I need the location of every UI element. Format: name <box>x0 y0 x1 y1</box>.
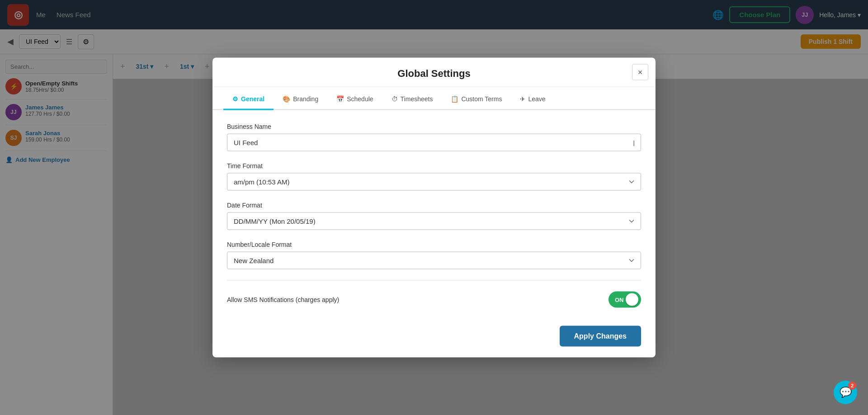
tab-timesheets-label: Timesheets <box>401 95 433 103</box>
sms-label: Allow SMS Notifications (charges apply) <box>227 296 339 303</box>
modal-footer: Apply Changes <box>212 326 656 347</box>
apply-changes-button[interactable]: Apply Changes <box>560 326 641 347</box>
chat-badge: 2 <box>848 382 856 390</box>
tab-schedule[interactable]: 📅 Schedule <box>327 89 382 110</box>
date-format-select[interactable]: DD/MM/YY (Mon 20/05/19) MM/DD/YY (Mon 05… <box>227 212 641 230</box>
tab-branding-label: Branding <box>293 95 318 103</box>
global-settings-modal: Global Settings × ⚙ General 🎨 Branding 📅… <box>212 58 656 358</box>
modal-tabs: ⚙ General 🎨 Branding 📅 Schedule ⏱ Timesh… <box>212 89 656 110</box>
toggle-knob <box>626 293 638 306</box>
leave-tab-icon: ✈ <box>520 95 525 103</box>
business-name-input[interactable] <box>227 134 641 151</box>
cursor-indicator: | <box>633 139 635 146</box>
sms-toggle-row: Allow SMS Notifications (charges apply) … <box>227 290 641 310</box>
schedule-tab-icon: 📅 <box>336 95 344 103</box>
date-format-label: Date Format <box>227 202 641 209</box>
locale-format-group: Number/Locale Format New Zealand United … <box>227 241 641 269</box>
tab-leave[interactable]: ✈ Leave <box>511 89 554 110</box>
business-name-group: Business Name | <box>227 123 641 151</box>
tab-leave-label: Leave <box>528 95 545 103</box>
tab-custom-terms-label: Custom Terms <box>461 95 502 103</box>
locale-label: Number/Locale Format <box>227 241 641 248</box>
tab-general[interactable]: ⚙ General <box>223 89 274 110</box>
tab-schedule-label: Schedule <box>347 95 373 103</box>
form-divider <box>227 280 641 281</box>
time-format-label: Time Format <box>227 162 641 170</box>
general-tab-icon: ⚙ <box>232 95 238 103</box>
tab-branding[interactable]: 🎨 Branding <box>274 89 327 110</box>
custom-terms-tab-icon: 📋 <box>451 95 458 103</box>
modal-body: Business Name | Time Format am/pm (10:53… <box>212 110 656 322</box>
tab-general-label: General <box>241 95 264 103</box>
locale-select[interactable]: New Zealand United States United Kingdom <box>227 252 641 269</box>
tab-timesheets[interactable]: ⏱ Timesheets <box>382 89 442 110</box>
date-format-group: Date Format DD/MM/YY (Mon 20/05/19) MM/D… <box>227 202 641 230</box>
timesheets-tab-icon: ⏱ <box>392 95 398 103</box>
time-format-group: Time Format am/pm (10:53 AM) 24hr (22:53… <box>227 162 641 191</box>
tab-custom-terms[interactable]: 📋 Custom Terms <box>442 89 511 110</box>
modal-title: Global Settings <box>397 68 470 80</box>
sms-toggle-text: ON <box>615 296 624 303</box>
sms-toggle[interactable]: ON <box>609 292 641 308</box>
branding-tab-icon: 🎨 <box>283 95 290 103</box>
modal-close-button[interactable]: × <box>632 64 648 80</box>
modal-header: Global Settings × <box>212 58 656 87</box>
business-name-label: Business Name <box>227 123 641 130</box>
time-format-select[interactable]: am/pm (10:53 AM) 24hr (22:53) <box>227 173 641 191</box>
chat-bubble[interactable]: 💬 2 <box>834 381 857 404</box>
